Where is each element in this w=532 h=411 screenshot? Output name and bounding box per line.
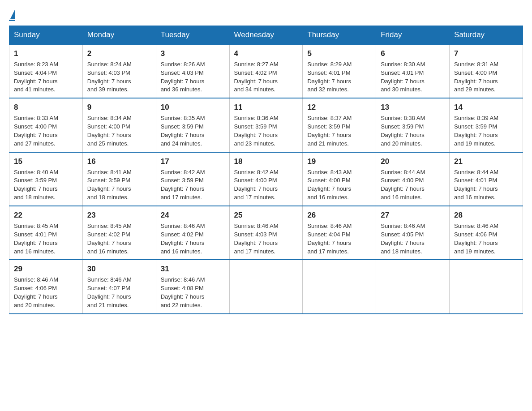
- weekday-header-monday: Monday: [82, 26, 156, 45]
- calendar-cell: 29 Sunrise: 8:46 AMSunset: 4:06 PMDaylig…: [9, 260, 83, 313]
- day-number: 24: [161, 210, 225, 221]
- day-info: Sunrise: 8:27 AMSunset: 4:02 PMDaylight:…: [234, 61, 279, 93]
- calendar-cell: 5 Sunrise: 8:29 AMSunset: 4:01 PMDayligh…: [303, 44, 376, 98]
- day-number: 25: [234, 210, 298, 221]
- day-number: 10: [161, 102, 225, 113]
- day-info: Sunrise: 8:46 AMSunset: 4:08 PMDaylight:…: [161, 276, 205, 308]
- day-info: Sunrise: 8:46 AMSunset: 4:07 PMDaylight:…: [87, 276, 132, 308]
- calendar-cell: 23 Sunrise: 8:45 AMSunset: 4:02 PMDaylig…: [82, 206, 156, 260]
- day-info: Sunrise: 8:42 AMSunset: 3:59 PMDaylight:…: [161, 169, 205, 201]
- calendar-cell: 19 Sunrise: 8:43 AMSunset: 4:00 PMDaylig…: [303, 152, 376, 206]
- calendar-cell: 22 Sunrise: 8:45 AMSunset: 4:01 PMDaylig…: [9, 206, 83, 260]
- week-row-3: 15 Sunrise: 8:40 AMSunset: 3:59 PMDaylig…: [9, 152, 523, 206]
- day-number: 26: [307, 210, 371, 221]
- calendar-cell: 25 Sunrise: 8:46 AMSunset: 4:03 PMDaylig…: [229, 206, 303, 260]
- day-number: 8: [14, 102, 78, 113]
- day-number: 18: [234, 156, 298, 167]
- day-number: 16: [87, 156, 151, 167]
- calendar-cell: 3 Sunrise: 8:26 AMSunset: 4:03 PMDayligh…: [156, 44, 229, 98]
- calendar-cell: 20 Sunrise: 8:44 AMSunset: 4:00 PMDaylig…: [376, 152, 450, 206]
- day-info: Sunrise: 8:43 AMSunset: 4:00 PMDaylight:…: [307, 169, 352, 201]
- day-number: 4: [234, 48, 298, 59]
- day-info: Sunrise: 8:46 AMSunset: 4:03 PMDaylight:…: [234, 223, 279, 255]
- day-info: Sunrise: 8:44 AMSunset: 4:01 PMDaylight:…: [454, 169, 498, 201]
- day-number: 11: [234, 102, 298, 113]
- day-info: Sunrise: 8:38 AMSunset: 3:59 PMDaylight:…: [381, 115, 425, 147]
- day-info: Sunrise: 8:40 AMSunset: 3:59 PMDaylight:…: [14, 169, 58, 201]
- week-row-2: 8 Sunrise: 8:33 AMSunset: 4:00 PMDayligh…: [9, 98, 523, 152]
- day-number: 28: [454, 210, 518, 221]
- calendar-cell: 13 Sunrise: 8:38 AMSunset: 3:59 PMDaylig…: [376, 98, 450, 152]
- day-number: 15: [14, 156, 78, 167]
- day-info: Sunrise: 8:46 AMSunset: 4:06 PMDaylight:…: [454, 223, 498, 255]
- day-number: 13: [381, 102, 445, 113]
- weekday-header-sunday: Sunday: [9, 26, 83, 45]
- day-number: 9: [87, 102, 151, 113]
- calendar-cell: 18 Sunrise: 8:42 AMSunset: 4:00 PMDaylig…: [229, 152, 303, 206]
- calendar-cell: 6 Sunrise: 8:30 AMSunset: 4:01 PMDayligh…: [376, 44, 450, 98]
- day-info: Sunrise: 8:34 AMSunset: 4:00 PMDaylight:…: [87, 115, 132, 147]
- day-info: Sunrise: 8:24 AMSunset: 4:03 PMDaylight:…: [87, 61, 132, 93]
- weekday-header-friday: Friday: [376, 26, 450, 45]
- day-info: Sunrise: 8:46 AMSunset: 4:05 PMDaylight:…: [381, 223, 425, 255]
- calendar-cell: 31 Sunrise: 8:46 AMSunset: 4:08 PMDaylig…: [156, 260, 229, 313]
- day-number: 19: [307, 156, 371, 167]
- day-number: 22: [14, 210, 78, 221]
- calendar-cell: 24 Sunrise: 8:46 AMSunset: 4:02 PMDaylig…: [156, 206, 229, 260]
- day-number: 27: [381, 210, 445, 221]
- day-number: 5: [307, 48, 371, 59]
- week-row-4: 22 Sunrise: 8:45 AMSunset: 4:01 PMDaylig…: [9, 206, 523, 260]
- day-info: Sunrise: 8:33 AMSunset: 4:00 PMDaylight:…: [14, 115, 58, 147]
- page-header: [9, 9, 523, 21]
- calendar-cell: 2 Sunrise: 8:24 AMSunset: 4:03 PMDayligh…: [82, 44, 156, 98]
- day-info: Sunrise: 8:29 AMSunset: 4:01 PMDaylight:…: [307, 61, 352, 93]
- day-info: Sunrise: 8:35 AMSunset: 3:59 PMDaylight:…: [161, 115, 205, 147]
- logo-underline: [9, 20, 15, 21]
- day-info: Sunrise: 8:37 AMSunset: 3:59 PMDaylight:…: [307, 115, 352, 147]
- calendar-cell: 28 Sunrise: 8:46 AMSunset: 4:06 PMDaylig…: [450, 206, 523, 260]
- weekday-header-wednesday: Wednesday: [229, 26, 303, 45]
- day-info: Sunrise: 8:23 AMSunset: 4:04 PMDaylight:…: [14, 61, 58, 93]
- calendar-cell: 1 Sunrise: 8:23 AMSunset: 4:04 PMDayligh…: [9, 44, 83, 98]
- day-number: 7: [454, 48, 518, 59]
- day-info: Sunrise: 8:36 AMSunset: 3:59 PMDaylight:…: [234, 115, 279, 147]
- calendar-cell: [303, 260, 376, 313]
- calendar-cell: 12 Sunrise: 8:37 AMSunset: 3:59 PMDaylig…: [303, 98, 376, 152]
- day-number: 31: [161, 264, 225, 274]
- day-number: 1: [14, 48, 78, 59]
- week-row-1: 1 Sunrise: 8:23 AMSunset: 4:04 PMDayligh…: [9, 44, 523, 98]
- week-row-5: 29 Sunrise: 8:46 AMSunset: 4:06 PMDaylig…: [9, 260, 523, 313]
- calendar-cell: 9 Sunrise: 8:34 AMSunset: 4:00 PMDayligh…: [82, 98, 156, 152]
- calendar-cell: 26 Sunrise: 8:46 AMSunset: 4:04 PMDaylig…: [303, 206, 376, 260]
- calendar-table: SundayMondayTuesdayWednesdayThursdayFrid…: [9, 26, 523, 314]
- day-info: Sunrise: 8:46 AMSunset: 4:06 PMDaylight:…: [14, 276, 58, 308]
- calendar-cell: 21 Sunrise: 8:44 AMSunset: 4:01 PMDaylig…: [450, 152, 523, 206]
- day-info: Sunrise: 8:30 AMSunset: 4:01 PMDaylight:…: [381, 61, 425, 93]
- logo-triangle-icon: [10, 9, 15, 19]
- calendar-cell: [450, 260, 523, 313]
- calendar-cell: [229, 260, 303, 313]
- day-info: Sunrise: 8:44 AMSunset: 4:00 PMDaylight:…: [381, 169, 425, 201]
- day-number: 21: [454, 156, 518, 167]
- calendar-cell: 27 Sunrise: 8:46 AMSunset: 4:05 PMDaylig…: [376, 206, 450, 260]
- calendar-cell: 30 Sunrise: 8:46 AMSunset: 4:07 PMDaylig…: [82, 260, 156, 313]
- calendar-cell: 14 Sunrise: 8:39 AMSunset: 3:59 PMDaylig…: [450, 98, 523, 152]
- day-info: Sunrise: 8:45 AMSunset: 4:01 PMDaylight:…: [14, 223, 58, 255]
- weekday-header-row: SundayMondayTuesdayWednesdayThursdayFrid…: [9, 26, 523, 45]
- calendar-cell: 17 Sunrise: 8:42 AMSunset: 3:59 PMDaylig…: [156, 152, 229, 206]
- day-info: Sunrise: 8:46 AMSunset: 4:04 PMDaylight:…: [307, 223, 352, 255]
- calendar-cell: 11 Sunrise: 8:36 AMSunset: 3:59 PMDaylig…: [229, 98, 303, 152]
- calendar-cell: [376, 260, 450, 313]
- day-number: 6: [381, 48, 445, 59]
- day-info: Sunrise: 8:45 AMSunset: 4:02 PMDaylight:…: [87, 223, 132, 255]
- calendar-cell: 16 Sunrise: 8:41 AMSunset: 3:59 PMDaylig…: [82, 152, 156, 206]
- day-number: 23: [87, 210, 151, 221]
- calendar-cell: 7 Sunrise: 8:31 AMSunset: 4:00 PMDayligh…: [450, 44, 523, 98]
- day-info: Sunrise: 8:46 AMSunset: 4:02 PMDaylight:…: [161, 223, 205, 255]
- day-number: 30: [87, 264, 151, 274]
- day-info: Sunrise: 8:39 AMSunset: 3:59 PMDaylight:…: [454, 115, 498, 147]
- calendar-cell: 15 Sunrise: 8:40 AMSunset: 3:59 PMDaylig…: [9, 152, 83, 206]
- day-number: 17: [161, 156, 225, 167]
- day-number: 29: [14, 264, 78, 274]
- calendar-cell: 10 Sunrise: 8:35 AMSunset: 3:59 PMDaylig…: [156, 98, 229, 152]
